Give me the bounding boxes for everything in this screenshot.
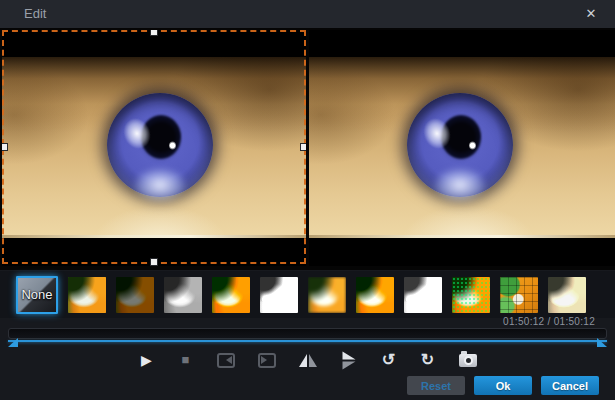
eye-glow xyxy=(434,168,486,202)
button-row: Reset Ok Cancel xyxy=(407,376,599,395)
eyelid-line xyxy=(309,235,615,238)
filter-preview-image xyxy=(548,277,586,313)
eyelid-line xyxy=(2,235,306,238)
filter-preview-image xyxy=(404,277,442,313)
flip-horizontal-icon xyxy=(299,354,317,367)
filter-preview-image xyxy=(164,277,202,313)
filter-thumb-sketch[interactable] xyxy=(260,277,298,313)
filter-preview-image xyxy=(356,277,394,313)
filter-none-label: None xyxy=(21,287,52,302)
flip-horizontal-button[interactable] xyxy=(299,351,317,369)
filter-thumb-vivid[interactable] xyxy=(212,277,250,313)
filter-thumb-enhance[interactable] xyxy=(356,277,394,313)
trim-start-button[interactable] xyxy=(217,351,235,369)
eye-highlight-dot xyxy=(469,141,476,150)
filter-thumb-grayscale[interactable] xyxy=(164,277,202,313)
filter-thumb-original[interactable] xyxy=(68,277,106,313)
trim-end-icon xyxy=(258,353,276,368)
rotate-right-button[interactable]: ↻ xyxy=(420,351,436,369)
trim-end-button[interactable] xyxy=(258,351,276,369)
control-bar: ▶ ■ ↺ ↻ xyxy=(0,349,615,371)
filter-thumb-noise[interactable] xyxy=(452,277,490,313)
preview-area xyxy=(0,28,615,270)
snapshot-button[interactable] xyxy=(459,351,477,369)
filter-preview-image xyxy=(116,277,154,313)
filter-preview-image xyxy=(308,277,346,313)
eye-glow xyxy=(134,168,186,202)
filter-strip: None xyxy=(0,271,615,318)
trim-start-icon xyxy=(217,353,235,368)
flip-vertical-button[interactable] xyxy=(340,351,358,369)
filter-thumb-blur[interactable] xyxy=(308,277,346,313)
filter-thumb-none[interactable]: None xyxy=(16,276,58,314)
timecode-display: 01:50:12 / 01:50:12 xyxy=(503,316,595,327)
flip-vertical-icon xyxy=(342,351,355,369)
filter-thumb-dark[interactable] xyxy=(116,277,154,313)
eye-iris xyxy=(107,93,213,197)
after-preview-panel[interactable] xyxy=(309,30,615,266)
filter-thumb-emboss[interactable] xyxy=(404,277,442,313)
rotate-left-button[interactable]: ↺ xyxy=(381,351,397,369)
ok-button[interactable]: Ok xyxy=(474,376,532,395)
after-video-frame xyxy=(309,57,615,238)
close-icon[interactable]: ✕ xyxy=(583,6,599,22)
filter-preview-image xyxy=(260,277,298,313)
selection-handle-top[interactable] xyxy=(150,30,158,36)
before-video-frame xyxy=(2,57,306,238)
stop-button[interactable]: ■ xyxy=(178,351,194,369)
title-bar: Edit ✕ xyxy=(0,0,615,28)
camera-icon xyxy=(459,354,477,367)
filter-preview-image xyxy=(212,277,250,313)
reset-button[interactable]: Reset xyxy=(407,376,465,395)
filter-thumb-mosaic[interactable] xyxy=(500,277,538,313)
eye-iris xyxy=(407,93,513,197)
play-button[interactable]: ▶ xyxy=(139,351,155,369)
before-preview-panel[interactable] xyxy=(2,30,306,266)
trim-range-line[interactable] xyxy=(8,340,607,342)
cancel-button[interactable]: Cancel xyxy=(541,376,599,395)
edit-dialog: Edit ✕ xyxy=(0,0,615,400)
filter-thumb-sepia[interactable] xyxy=(548,277,586,313)
seek-bar[interactable] xyxy=(8,328,607,339)
selection-handle-bottom[interactable] xyxy=(150,258,158,266)
dialog-title: Edit xyxy=(24,0,46,28)
filter-preview-image xyxy=(500,277,538,313)
selection-handle-right[interactable] xyxy=(300,143,306,151)
selection-handle-left[interactable] xyxy=(2,143,8,151)
eye-highlight-dot xyxy=(169,141,176,150)
filter-preview-image xyxy=(452,277,490,313)
filter-preview-image xyxy=(68,277,106,313)
